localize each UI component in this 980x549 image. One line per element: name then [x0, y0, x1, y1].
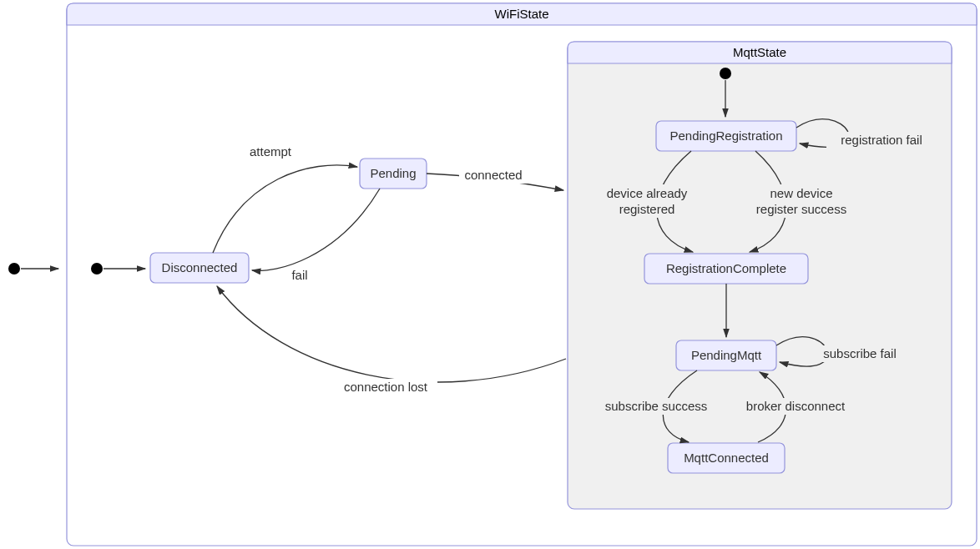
label-connected: connected — [464, 168, 522, 182]
state-registration-complete: RegistrationComplete — [644, 254, 808, 284]
svg-text:MqttConnected: MqttConnected — [684, 451, 769, 465]
label-fail: fail — [291, 268, 307, 282]
svg-text:PendingMqtt: PendingMqtt — [691, 348, 762, 362]
label-new-device-2: register success — [756, 202, 846, 216]
svg-text:PendingRegistration: PendingRegistration — [669, 128, 782, 143]
label-device-already-2: registered — [619, 202, 675, 216]
state-pending-registration: PendingRegistration — [656, 121, 796, 151]
label-broker-disconnect: broker disconnect — [746, 399, 846, 413]
label-subscribe-fail: subscribe fail — [823, 346, 897, 360]
label-registration-fail: registration fail — [841, 133, 922, 147]
mqtt-initial-state — [720, 68, 731, 79]
svg-text:RegistrationComplete: RegistrationComplete — [666, 261, 786, 275]
label-attempt: attempt — [250, 144, 292, 159]
state-diagram: WiFiState Disconnected Pending attempt f… — [0, 0, 980, 549]
outer-initial-state — [8, 263, 20, 274]
label-new-device-1: new device — [770, 186, 832, 200]
svg-text:Disconnected: Disconnected — [162, 260, 238, 274]
state-mqtt-connected: MqttConnected — [668, 443, 785, 473]
state-pending: Pending — [360, 159, 427, 189]
svg-text:Pending: Pending — [370, 166, 416, 180]
state-pending-mqtt: PendingMqtt — [676, 340, 776, 370]
label-device-already-1: device already — [607, 186, 688, 200]
state-disconnected: Disconnected — [150, 253, 249, 283]
wifistate-title: WiFiState — [494, 7, 548, 21]
mqttstate-title: MqttState — [733, 45, 786, 59]
label-subscribe-success: subscribe success — [605, 399, 708, 413]
label-connection-lost: connection lost — [344, 380, 428, 394]
wifi-initial-state — [91, 263, 103, 274]
